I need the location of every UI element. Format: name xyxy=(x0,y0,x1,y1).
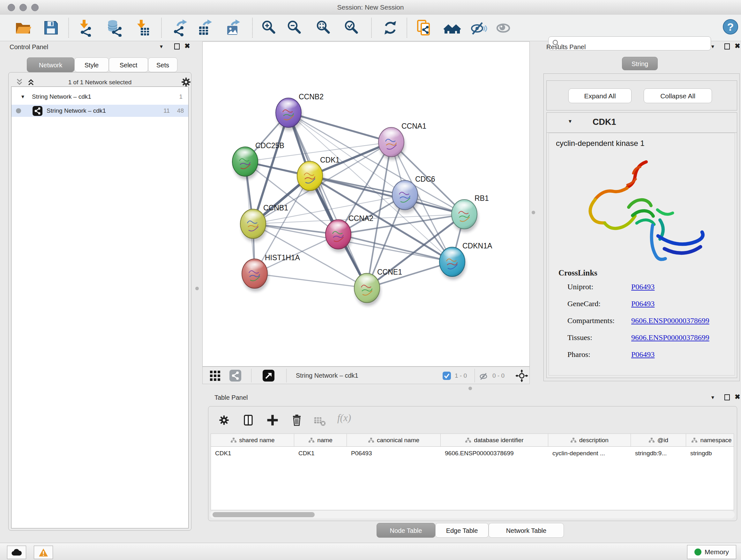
table-cell[interactable]: cyclin-dependent ... xyxy=(548,447,631,460)
tab-edge-table[interactable]: Edge Table xyxy=(435,523,488,538)
zoom-fit-content-icon[interactable] xyxy=(314,19,332,37)
table-cell[interactable]: CDK1 xyxy=(211,447,294,460)
node-HIST1H1A[interactable] xyxy=(242,259,268,292)
import-network-from-database-icon[interactable] xyxy=(105,19,123,37)
table-settings-gear-icon[interactable] xyxy=(217,414,231,428)
zoom-selected-icon[interactable] xyxy=(342,19,360,37)
control-panel-close-icon[interactable]: ✖ xyxy=(185,42,190,50)
show-columns-icon[interactable] xyxy=(242,414,255,428)
apply-preferred-layout-icon[interactable] xyxy=(381,19,399,37)
control-panel-menu-icon[interactable]: ▼ xyxy=(159,44,164,49)
crosslink-link[interactable]: P06493 xyxy=(631,283,655,291)
birds-eye-view-icon[interactable] xyxy=(263,370,274,381)
function-builder-icon-disabled[interactable]: f(x) xyxy=(337,412,351,424)
bottom-splitter-handle[interactable] xyxy=(468,387,472,390)
export-table-to-file-icon[interactable] xyxy=(197,19,214,37)
grid-view-icon[interactable] xyxy=(210,370,220,382)
open-session-icon[interactable] xyxy=(14,19,32,37)
left-splitter-handle[interactable] xyxy=(195,287,199,290)
network-collection-panel: 1 of 1 Network selected ▼ String Network… xyxy=(8,72,192,531)
node-CDC6[interactable] xyxy=(392,180,419,213)
table-cell[interactable]: stringdb xyxy=(686,447,734,460)
table-panel-menu-icon[interactable]: ▼ xyxy=(711,395,715,400)
delete-column-trash-icon[interactable] xyxy=(290,414,304,428)
pan-crosshair-icon[interactable] xyxy=(515,369,528,383)
help-icon[interactable]: ? xyxy=(722,18,739,36)
expand-all-button[interactable]: Expand All xyxy=(568,88,631,103)
node-RB1[interactable] xyxy=(452,199,478,232)
node-label-HIST1H1A: HIST1H1A xyxy=(265,253,300,262)
selected-nodes-checkbox-icon[interactable] xyxy=(443,372,451,380)
results-panel-menu-icon[interactable]: ▼ xyxy=(711,44,715,49)
tab-sets[interactable]: Sets xyxy=(148,57,178,72)
table-horizontal-scrollbar[interactable] xyxy=(210,511,735,518)
gene-collapse-triangle-icon[interactable]: ▼ xyxy=(568,118,572,124)
zoom-out-icon[interactable] xyxy=(285,19,303,37)
column-header-description[interactable]: description xyxy=(548,434,631,447)
warning-button[interactable] xyxy=(34,546,53,559)
column-header-name[interactable]: name xyxy=(294,434,347,447)
network-row[interactable]: String Network – cdk1 11 48 xyxy=(11,105,188,117)
import-table-from-file-icon[interactable] xyxy=(132,19,150,37)
node-CDK1[interactable] xyxy=(297,161,324,194)
import-network-from-file-icon[interactable] xyxy=(75,19,93,37)
save-session-icon[interactable] xyxy=(42,19,60,37)
table-cell[interactable]: stringdb:9... xyxy=(631,447,686,460)
collapse-all-button[interactable]: Collapse All xyxy=(644,88,712,103)
right-splitter-handle[interactable] xyxy=(532,211,535,214)
tab-network[interactable]: Network xyxy=(27,57,74,72)
tab-select[interactable]: Select xyxy=(109,57,148,72)
edge-HIST1H1A-CCNE1[interactable] xyxy=(255,273,367,288)
control-panel-float-icon[interactable] xyxy=(174,44,180,50)
gene-section-header[interactable]: ▼ CDK1 xyxy=(547,113,737,133)
string-home-icon[interactable] xyxy=(443,19,461,37)
network-view-share-icon[interactable] xyxy=(229,370,241,381)
column-header--id[interactable]: @id xyxy=(631,434,686,447)
table-scrollbar-thumb[interactable] xyxy=(212,512,315,517)
memory-button[interactable]: Memory xyxy=(687,545,736,559)
table-cell[interactable]: P06493 xyxy=(347,447,441,460)
hide-selected-eye-slash-icon[interactable] xyxy=(469,19,487,37)
node-CCNE1[interactable] xyxy=(354,273,381,306)
cloud-button[interactable] xyxy=(7,546,26,559)
crosslink-link[interactable]: P06493 xyxy=(631,300,655,308)
crosslink-link[interactable]: P06493 xyxy=(631,350,655,359)
edge-CCNB2-CCNE1[interactable] xyxy=(288,113,367,288)
node-table[interactable]: shared namenamecanonical namedatabase id… xyxy=(211,434,734,510)
column-header-namespace[interactable]: namespace xyxy=(686,434,734,447)
node-CDC25B[interactable] xyxy=(232,147,259,179)
table-cell[interactable]: CDK1 xyxy=(294,447,347,460)
export-image-icon[interactable] xyxy=(225,19,243,37)
results-panel-float-icon[interactable] xyxy=(724,44,730,50)
crosslink-link[interactable]: 9606.ENSP00000378699 xyxy=(631,316,710,325)
tab-node-table[interactable]: Node Table xyxy=(377,523,435,538)
node-CCNB1[interactable] xyxy=(240,209,267,242)
collection-expand-triangle-icon[interactable]: ▼ xyxy=(20,91,25,103)
node-CCNA1[interactable] xyxy=(379,127,405,160)
column-header-canonical-name[interactable]: canonical name xyxy=(347,434,441,447)
string-network-graph[interactable]: CCNB2CCNA1CDC25BCDK1CDC6RB1CCNB1CCNA2CDK… xyxy=(203,42,529,366)
show-all-eye-icon[interactable] xyxy=(495,19,513,37)
column-header-database-identifier[interactable]: database identifier xyxy=(441,434,548,447)
add-column-plus-icon[interactable] xyxy=(266,414,279,428)
node-CCNB2[interactable] xyxy=(276,98,302,131)
node-CCNA2[interactable] xyxy=(326,220,352,252)
delete-table-icon-disabled[interactable] xyxy=(314,416,326,428)
clone-network-icon[interactable] xyxy=(415,19,433,37)
tab-string[interactable]: String xyxy=(622,57,658,70)
zoom-in-icon[interactable] xyxy=(260,19,278,37)
node-CDKN1A[interactable] xyxy=(440,247,466,280)
tab-style[interactable]: Style xyxy=(74,57,109,72)
results-panel-close-icon[interactable]: ✖ xyxy=(735,42,740,50)
export-network-to-file-icon[interactable] xyxy=(171,19,189,37)
crosslink-link[interactable]: 9606.ENSP00000378699 xyxy=(631,333,710,341)
table-cell[interactable]: 9606.ENSP00000378699 xyxy=(441,447,548,460)
hidden-eye-slash-icon[interactable] xyxy=(479,371,488,382)
table-panel-close-icon[interactable]: ✖ xyxy=(735,393,740,401)
table-panel-float-icon[interactable] xyxy=(724,394,730,400)
tab-network-table[interactable]: Network Table xyxy=(488,523,564,538)
edge-CCNB2-CCNA1[interactable] xyxy=(288,113,391,142)
network-collection-row[interactable]: ▼ String Network – cdk1 1 xyxy=(11,91,188,103)
column-header-shared-name[interactable]: shared name xyxy=(211,434,294,447)
network-canvas[interactable]: CCNB2CCNA1CDC25BCDK1CDC6RB1CCNB1CCNA2CDK… xyxy=(202,42,530,367)
